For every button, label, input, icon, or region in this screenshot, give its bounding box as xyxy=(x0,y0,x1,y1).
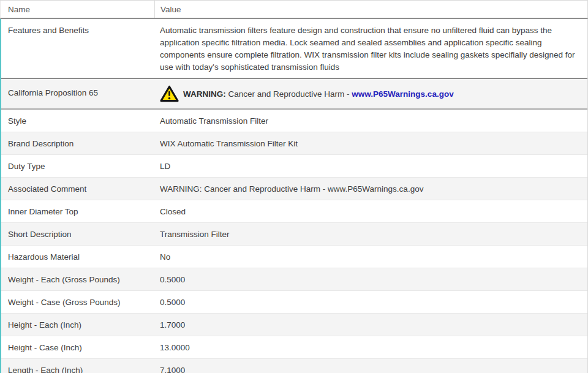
attribute-value: 1.7000 xyxy=(154,314,587,336)
attribute-value: Automatic Transmission Filter xyxy=(154,110,587,132)
attributes-table: Name Value Features and Benefits Automat… xyxy=(0,0,588,373)
attribute-name: Inner Diameter Top xyxy=(1,200,154,222)
warning-text: WARNING: Cancer and Reproductive Harm - … xyxy=(183,89,454,99)
attribute-value: 0.5000 xyxy=(154,291,587,313)
table-row-short-description: Short Description Transmission Filter xyxy=(1,223,587,246)
table-row-inner-diameter-top: Inner Diameter Top Closed xyxy=(1,200,587,223)
table-row-height-case: Height - Case (Inch) 13.0000 xyxy=(1,336,587,359)
attribute-value: Transmission Filter xyxy=(154,223,587,245)
table-row-duty-type: Duty Type LD xyxy=(1,155,587,178)
table-row-brand-description: Brand Description WIX Automatic Transmis… xyxy=(1,132,587,155)
column-header-name: Name xyxy=(1,1,155,18)
attribute-name: Weight - Case (Gross Pounds) xyxy=(1,291,154,313)
table-row-california-proposition-65: California Proposition 65 WARNING: Cance… xyxy=(1,79,587,110)
table-row-style: Style Automatic Transmission Filter xyxy=(1,110,587,132)
warning-triangle-icon xyxy=(160,85,179,102)
attribute-value: WIX Automatic Transmission Filter Kit xyxy=(154,132,587,154)
attribute-value: 0.5000 xyxy=(154,268,587,290)
attribute-name: Duty Type xyxy=(1,155,154,177)
attribute-name: Hazardous Material xyxy=(1,246,154,268)
attribute-value: WARNING: Cancer and Reproductive Harm - … xyxy=(154,79,587,108)
table-row-height-each: Height - Each (Inch) 1.7000 xyxy=(1,314,587,336)
attribute-name: Style xyxy=(1,110,154,132)
attribute-value: Automatic transmission filters feature d… xyxy=(154,19,587,78)
attribute-value: LD xyxy=(154,155,587,177)
table-row-associated-comment: Associated Comment WARNING: Cancer and R… xyxy=(1,178,587,200)
attribute-name: California Proposition 65 xyxy=(1,79,154,108)
column-header-value: Value xyxy=(155,5,587,14)
table-row-weight-case: Weight - Case (Gross Pounds) 0.5000 xyxy=(1,291,587,314)
attribute-value: 13.0000 xyxy=(154,336,587,358)
attribute-value: 7.1000 xyxy=(154,359,587,373)
attribute-name: Associated Comment xyxy=(1,178,154,200)
attribute-name: Weight - Each (Gross Pounds) xyxy=(1,268,154,290)
table-row-length-each: Length - Each (Inch) 7.1000 xyxy=(1,359,587,373)
table-header-row: Name Value xyxy=(0,1,588,19)
table-row-weight-each: Weight - Each (Gross Pounds) 0.5000 xyxy=(1,268,587,291)
p65-warnings-link[interactable]: www.P65Warnings.ca.gov xyxy=(352,89,453,99)
attribute-value: WARNING: Cancer and Reproductive Harm - … xyxy=(154,178,587,200)
table-body: Features and Benefits Automatic transmis… xyxy=(0,19,588,373)
attribute-name: Short Description xyxy=(1,223,154,245)
attribute-value: No xyxy=(154,246,587,268)
attribute-name: Length - Each (Inch) xyxy=(1,359,154,373)
attribute-name: Height - Case (Inch) xyxy=(1,336,154,358)
table-row-features-and-benefits: Features and Benefits Automatic transmis… xyxy=(1,19,587,79)
table-row-hazardous-material: Hazardous Material No xyxy=(1,246,587,268)
attribute-value: Closed xyxy=(154,200,587,222)
attribute-name: Features and Benefits xyxy=(1,19,154,78)
attribute-name: Height - Each (Inch) xyxy=(1,314,154,336)
warning-body: Cancer and Reproductive Harm - xyxy=(226,89,352,99)
warning-label: WARNING: xyxy=(183,89,226,99)
attribute-name: Brand Description xyxy=(1,132,154,154)
